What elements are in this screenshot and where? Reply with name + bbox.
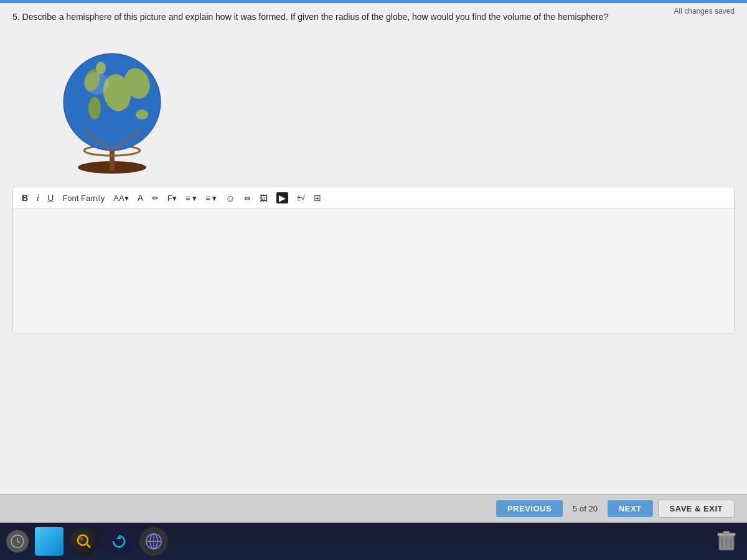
unordered-list-icon: ≡ ▾ [205, 194, 217, 203]
link-button[interactable]: ⇔ [242, 192, 253, 204]
font-color-button[interactable]: A [135, 192, 146, 204]
video-button[interactable]: ▶ [274, 191, 291, 205]
question-text: 5. Describe a hemisphere of this picture… [12, 11, 735, 24]
emoji-button[interactable]: ☺ [223, 192, 237, 205]
font-color-icon: A [138, 193, 143, 203]
format-icon: F▾ [167, 194, 177, 203]
bold-button[interactable]: B [19, 192, 31, 204]
svg-line-18 [87, 544, 90, 548]
format-dropdown[interactable]: F▾ [165, 192, 179, 204]
svg-point-19 [80, 537, 83, 541]
aa-label: AA▾ [113, 194, 128, 203]
table-icon: ⊞ [314, 193, 321, 203]
font-size-dropdown[interactable]: AA▾ [111, 192, 131, 204]
font-family-label: Font Family [62, 194, 105, 203]
next-button[interactable]: NEXT [608, 500, 653, 517]
svg-point-8 [88, 97, 101, 119]
page-indicator: 5 of 20 [573, 504, 598, 513]
taskbar-search-icon[interactable] [70, 527, 98, 556]
italic-button[interactable]: i [34, 192, 41, 204]
taskbar [0, 523, 747, 560]
globe-image [50, 34, 174, 177]
bottom-navigation-bar: PREVIOUS 5 of 20 NEXT SAVE & EXIT [0, 494, 747, 523]
pencil-icon: ✏ [152, 194, 159, 203]
globe-svg [50, 34, 174, 177]
previous-button[interactable]: PREVIOUS [496, 500, 563, 517]
emoji-icon: ☺ [225, 193, 235, 203]
underline-button[interactable]: U [45, 192, 56, 204]
main-container: All changes saved 5. Describe a hemisphe… [0, 0, 747, 560]
svg-rect-1 [110, 149, 115, 170]
content-area: All changes saved 5. Describe a hemisphe… [0, 3, 747, 494]
svg-point-10 [84, 72, 109, 95]
taskbar-icon-blue[interactable] [35, 527, 63, 556]
unordered-list-dropdown[interactable]: ≡ ▾ [203, 192, 219, 204]
editor-body[interactable] [13, 209, 734, 334]
link-icon: ⇔ [244, 194, 251, 203]
all-changes-saved-status: All changes saved [674, 7, 735, 16]
taskbar-network-icon[interactable] [139, 527, 168, 556]
math-button[interactable]: ±√ [294, 192, 308, 203]
save-exit-button[interactable]: SAVE & EXIT [658, 500, 735, 518]
taskbar-clock-icon[interactable] [6, 530, 29, 553]
math-icon: ±√ [297, 194, 305, 202]
video-icon: ▶ [276, 192, 288, 203]
image-button[interactable]: 🖼 [257, 192, 270, 204]
taskbar-refresh-icon[interactable] [105, 527, 133, 556]
pencil-button[interactable]: ✏ [149, 192, 161, 204]
taskbar-trash-icon[interactable] [712, 527, 741, 556]
svg-rect-27 [723, 531, 730, 534]
ordered-list-dropdown[interactable]: ≡ ▾ [183, 192, 199, 204]
image-icon: 🖼 [260, 194, 268, 203]
table-button[interactable]: ⊞ [311, 192, 324, 204]
ordered-list-icon: ≡ ▾ [186, 194, 197, 203]
svg-point-6 [96, 62, 106, 74]
svg-point-9 [136, 110, 148, 119]
svg-line-16 [17, 541, 20, 543]
editor-toolbar: B i U Font Family AA▾ A ✏ F▾ ≡ ▾ [13, 187, 734, 209]
editor-container: B i U Font Family AA▾ A ✏ F▾ ≡ ▾ [12, 187, 735, 334]
